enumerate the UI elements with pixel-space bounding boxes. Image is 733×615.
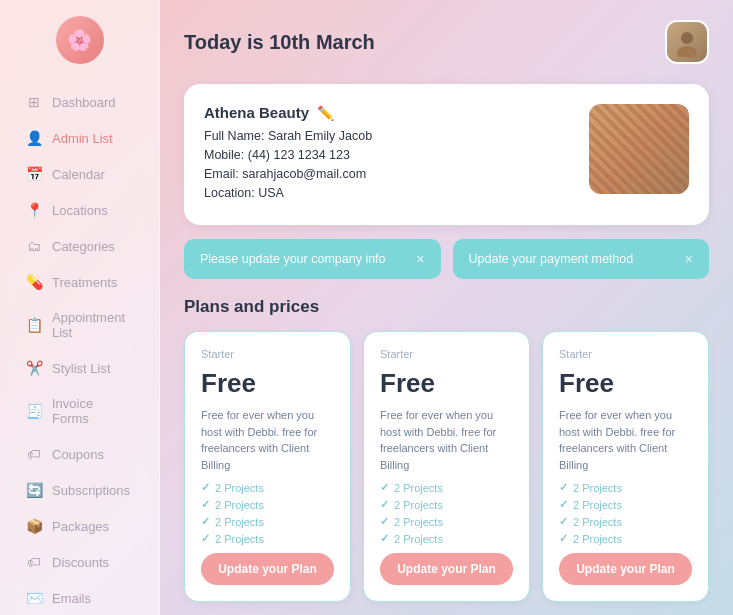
plan-feature-2-4: 2 Projects: [380, 532, 513, 545]
location-label: Location:: [204, 186, 258, 200]
sidebar: 🌸 ⊞ Dashboard 👤 Admin List 📅 Calendar 📍 …: [0, 0, 160, 615]
plan-feature-3-4: 2 Projects: [559, 532, 692, 545]
plan-price-1: Free: [201, 368, 334, 399]
plan-feature-2-1: 2 Projects: [380, 481, 513, 494]
sidebar-item-stylist-list[interactable]: ✂️ Stylist List: [8, 351, 151, 385]
sidebar-item-label: Emails: [52, 591, 91, 606]
locations-icon: 📍: [26, 202, 42, 218]
sidebar-item-label: Appointment List: [52, 310, 133, 340]
plan-card-2: Starter Free Free for ever when you host…: [363, 331, 530, 602]
sidebar-item-label: Stylist List: [52, 361, 111, 376]
packages-icon: 📦: [26, 518, 42, 534]
location-value: USA: [258, 186, 284, 200]
subscriptions-icon: 🔄: [26, 482, 42, 498]
plan-feature-3-1: 2 Projects: [559, 481, 692, 494]
banner-company-text: Please update your company info: [200, 252, 386, 266]
plan-tier-2: Starter: [380, 348, 513, 360]
appointment-icon: 📋: [26, 317, 42, 333]
logo-icon: 🌸: [56, 16, 104, 64]
sidebar-item-invoice-forms[interactable]: 🧾 Invoice Forms: [8, 387, 151, 435]
company-name-row: Athena Beauty ✏️: [204, 104, 372, 121]
svg-point-0: [681, 32, 693, 44]
plan-desc-3: Free for ever when you host with Debbi. …: [559, 407, 692, 473]
edit-icon[interactable]: ✏️: [317, 105, 334, 121]
calendar-icon: 📅: [26, 166, 42, 182]
email-value: sarahjacob@mail.com: [242, 167, 366, 181]
sidebar-item-label: Subscriptions: [52, 483, 130, 498]
sidebar-item-label: Treatments: [52, 275, 117, 290]
sidebar-item-calendar[interactable]: 📅 Calendar: [8, 157, 151, 191]
banner-payment-text: Update your payment method: [469, 252, 634, 266]
sidebar-item-discounts[interactable]: 🏷 Discounts: [8, 545, 151, 579]
info-card: Athena Beauty ✏️ Full Name: Sarah Emily …: [184, 84, 709, 225]
sidebar-item-label: Invoice Forms: [52, 396, 133, 426]
sidebar-item-locations[interactable]: 📍 Locations: [8, 193, 151, 227]
info-location: Location: USA: [204, 186, 372, 200]
avatar[interactable]: [665, 20, 709, 64]
info-email: Email: sarahjacob@mail.com: [204, 167, 372, 181]
banner-payment-method: Update your payment method ×: [453, 239, 710, 279]
plan-price-2: Free: [380, 368, 513, 399]
treatments-icon: 💊: [26, 274, 42, 290]
categories-icon: 🗂: [26, 238, 42, 254]
sidebar-item-label: Coupons: [52, 447, 104, 462]
avatar-image: [667, 22, 707, 62]
sidebar-item-treatments[interactable]: 💊 Treatments: [8, 265, 151, 299]
stylist-icon: ✂️: [26, 360, 42, 376]
emails-icon: ✉️: [26, 590, 42, 606]
plans-grid: Starter Free Free for ever when you host…: [184, 331, 709, 602]
page-title: Today is 10th March: [184, 31, 375, 54]
sidebar-item-label: Calendar: [52, 167, 105, 182]
banner-company-info: Please update your company info ×: [184, 239, 441, 279]
admin-icon: 👤: [26, 130, 42, 146]
sidebar-item-appointment-list[interactable]: 📋 Appointment List: [8, 301, 151, 349]
plan-feature-3-3: 2 Projects: [559, 515, 692, 528]
plan-tier-1: Starter: [201, 348, 334, 360]
sidebar-logo: 🌸: [0, 16, 159, 64]
sidebar-item-admin-list[interactable]: 👤 Admin List: [8, 121, 151, 155]
sidebar-item-dashboard[interactable]: ⊞ Dashboard: [8, 85, 151, 119]
plan-button-2[interactable]: Update your Plan: [380, 553, 513, 585]
mobile-label: Mobile:: [204, 148, 248, 162]
info-card-details: Athena Beauty ✏️ Full Name: Sarah Emily …: [204, 104, 372, 205]
plan-feature-1-1: 2 Projects: [201, 481, 334, 494]
header: Today is 10th March: [184, 20, 709, 64]
image-pattern: [589, 104, 689, 194]
discounts-icon: 🏷: [26, 554, 42, 570]
mobile-value: (44) 123 1234 123: [248, 148, 350, 162]
company-name-text: Athena Beauty: [204, 104, 309, 121]
sidebar-item-label: Packages: [52, 519, 109, 534]
banner-payment-close[interactable]: ×: [685, 251, 693, 267]
banner-company-close[interactable]: ×: [416, 251, 424, 267]
plan-feature-1-2: 2 Projects: [201, 498, 334, 511]
plan-button-1[interactable]: Update your Plan: [201, 553, 334, 585]
sidebar-item-packages[interactable]: 📦 Packages: [8, 509, 151, 543]
sidebar-item-coupons[interactable]: 🏷 Coupons: [8, 437, 151, 471]
info-mobile: Mobile: (44) 123 1234 123: [204, 148, 372, 162]
plan-desc-2: Free for ever when you host with Debbi. …: [380, 407, 513, 473]
notification-banners: Please update your company info × Update…: [184, 239, 709, 279]
fullname-label: Full Name:: [204, 129, 268, 143]
plans-title: Plans and prices: [184, 297, 709, 317]
sidebar-item-categories[interactable]: 🗂 Categories: [8, 229, 151, 263]
plan-card-1: Starter Free Free for ever when you host…: [184, 331, 351, 602]
svg-point-1: [677, 46, 697, 57]
plan-feature-2-3: 2 Projects: [380, 515, 513, 528]
email-label: Email:: [204, 167, 242, 181]
plan-features-3: 2 Projects 2 Projects 2 Projects 2 Proje…: [559, 481, 692, 545]
sidebar-item-label: Dashboard: [52, 95, 116, 110]
plan-price-3: Free: [559, 368, 692, 399]
sidebar-item-label: Admin List: [52, 131, 113, 146]
plan-features-2: 2 Projects 2 Projects 2 Projects 2 Proje…: [380, 481, 513, 545]
invoice-icon: 🧾: [26, 403, 42, 419]
plan-card-3: Starter Free Free for ever when you host…: [542, 331, 709, 602]
sidebar-item-emails[interactable]: ✉️ Emails: [8, 581, 151, 615]
sidebar-item-label: Locations: [52, 203, 108, 218]
plan-feature-1-4: 2 Projects: [201, 532, 334, 545]
avatar-person-icon: [672, 27, 702, 57]
sidebar-item-subscriptions[interactable]: 🔄 Subscriptions: [8, 473, 151, 507]
plan-features-1: 2 Projects 2 Projects 2 Projects 2 Proje…: [201, 481, 334, 545]
plan-feature-1-3: 2 Projects: [201, 515, 334, 528]
fullname-value: Sarah Emily Jacob: [268, 129, 372, 143]
plan-button-3[interactable]: Update your Plan: [559, 553, 692, 585]
